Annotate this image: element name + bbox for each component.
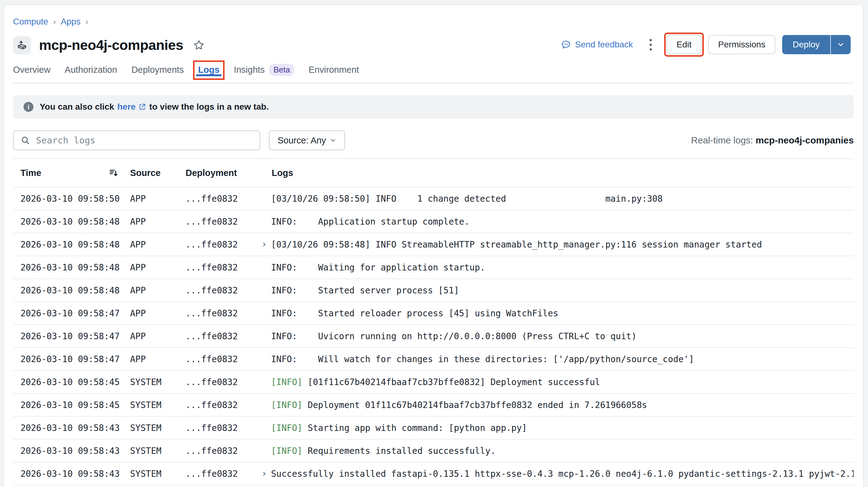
tab-environment[interactable]: Environment bbox=[309, 64, 359, 75]
log-message-cell: [INFO] Deployment 01f11c67b40214fbaaf7cb… bbox=[263, 400, 854, 410]
table-row[interactable]: 2026-03-10 09:58:45 SYSTEM ...ffe0832 [I… bbox=[13, 371, 854, 394]
breadcrumb-link-compute[interactable]: Compute bbox=[13, 17, 48, 27]
edit-button[interactable]: Edit bbox=[666, 35, 701, 54]
table-row[interactable]: 2026-03-10 09:58:48 APP ...ffe0832 INFO:… bbox=[13, 279, 854, 302]
breadcrumb-link-apps[interactable]: Apps bbox=[61, 17, 81, 27]
log-message-cell: INFO: Will watch for changes in these di… bbox=[263, 354, 854, 364]
permissions-button[interactable]: Permissions bbox=[708, 35, 775, 54]
table-row[interactable]: 2026-03-10 09:58:43 SYSTEM ...ffe0832 › … bbox=[13, 462, 854, 485]
log-level-badge: [INFO] bbox=[271, 446, 302, 456]
tab-deployments[interactable]: Deployments bbox=[131, 64, 184, 75]
log-time: 2026-03-10 09:58:43 bbox=[21, 446, 130, 456]
table-row[interactable]: 2026-03-10 09:58:47 APP ...ffe0832 INFO:… bbox=[13, 302, 854, 325]
table-row[interactable]: 2026-03-10 09:58:48 APP ...ffe0832 › [03… bbox=[13, 233, 854, 256]
log-time: 2026-03-10 09:58:50 bbox=[21, 194, 130, 204]
tab-insights[interactable]: Insights Beta bbox=[234, 63, 294, 77]
table-row[interactable]: 2026-03-10 09:58:43 SYSTEM ...ffe0832 [I… bbox=[13, 417, 854, 439]
table-row[interactable]: 2026-03-10 09:58:45 SYSTEM ...ffe0832 [I… bbox=[13, 394, 854, 417]
page-header: mcp-neo4j-companies Send feedback Edit P… bbox=[13, 35, 854, 56]
log-deployment: ...ffe0832 bbox=[186, 400, 263, 410]
column-header-source: Source bbox=[130, 168, 186, 178]
log-message: Deployment 01f11c67b40214fbaaf7cb37bffe0… bbox=[308, 400, 647, 410]
log-time: 2026-03-10 09:58:43 bbox=[21, 469, 130, 479]
log-message: INFO: Application startup complete. bbox=[271, 217, 470, 227]
log-time: 2026-03-10 09:58:48 bbox=[21, 240, 130, 250]
log-time: 2026-03-10 09:58:47 bbox=[21, 308, 130, 318]
table-row[interactable]: 2026-03-10 09:58:48 APP ...ffe0832 INFO:… bbox=[13, 256, 854, 279]
open-logs-new-tab-link[interactable]: here bbox=[117, 102, 146, 112]
log-message: Starting app with command: [python app.p… bbox=[308, 423, 527, 433]
tab-authorization[interactable]: Authorization bbox=[65, 64, 117, 75]
deploy-button[interactable]: Deploy bbox=[782, 35, 831, 54]
log-message: [01f11c67b40214fbaaf7cb37bffe0832] Deplo… bbox=[308, 377, 600, 387]
log-source: APP bbox=[130, 308, 186, 318]
kebab-menu-icon[interactable] bbox=[647, 37, 655, 52]
send-feedback-link[interactable]: Send feedback bbox=[561, 39, 633, 50]
log-time: 2026-03-10 09:58:43 bbox=[21, 423, 130, 433]
log-message-cell: › [03/10/26 09:58:48] INFO StreamableHTT… bbox=[263, 239, 854, 250]
favorite-star-icon[interactable] bbox=[193, 39, 205, 52]
log-message-cell: [INFO] Starting app with command: [pytho… bbox=[263, 423, 854, 433]
realtime-app-name: mcp-neo4j-companies bbox=[755, 135, 854, 145]
search-box bbox=[13, 130, 260, 150]
log-time: 2026-03-10 09:58:48 bbox=[21, 217, 130, 227]
deploy-split-button: Deploy bbox=[782, 35, 851, 54]
logs-toolbar: Source: Any Real-time logs: mcp-neo4j-co… bbox=[13, 130, 854, 150]
log-table: Time Source Deployment Logs 2026-03-10 0… bbox=[13, 158, 854, 485]
breadcrumb-separator: › bbox=[86, 17, 88, 27]
log-message: [03/10/26 09:58:50] INFO 1 change detect… bbox=[271, 194, 662, 204]
external-link-icon bbox=[138, 103, 146, 111]
table-row[interactable]: 2026-03-10 09:58:43 SYSTEM ...ffe0832 [I… bbox=[13, 439, 854, 462]
log-message-cell: INFO: Waiting for application startup. bbox=[263, 263, 854, 273]
log-time: 2026-03-10 09:58:45 bbox=[21, 377, 130, 387]
tab-logs[interactable]: Logs bbox=[198, 64, 219, 75]
column-header-time[interactable]: Time bbox=[21, 168, 130, 178]
table-row[interactable]: 2026-03-10 09:58:48 APP ...ffe0832 INFO:… bbox=[13, 210, 854, 233]
log-deployment: ...ffe0832 bbox=[186, 217, 263, 227]
log-message-cell: INFO: Started server process [51] bbox=[263, 285, 854, 296]
expand-chevron-icon[interactable]: › bbox=[263, 468, 271, 478]
log-message: [03/10/26 09:58:48] INFO StreamableHTTP … bbox=[271, 240, 762, 250]
log-source: SYSTEM bbox=[130, 469, 186, 479]
app-page-card: Compute › Apps › mcp-neo4j-companies bbox=[3, 4, 864, 487]
realtime-logs-label: Real-time logs: mcp-neo4j-companies bbox=[691, 135, 854, 146]
log-deployment: ...ffe0832 bbox=[186, 354, 263, 364]
active-tab-underline bbox=[196, 74, 221, 76]
column-header-logs: Logs bbox=[263, 168, 854, 178]
tab-overview[interactable]: Overview bbox=[13, 64, 51, 75]
log-message: INFO: Started reloader process [45] usin… bbox=[271, 308, 558, 318]
table-row[interactable]: 2026-03-10 09:58:47 APP ...ffe0832 INFO:… bbox=[13, 325, 854, 348]
log-time: 2026-03-10 09:58:47 bbox=[21, 331, 130, 341]
page-title: mcp-neo4j-companies bbox=[39, 37, 183, 53]
log-message: INFO: Uvicorn running on http://0.0.0.0:… bbox=[271, 331, 637, 341]
expand-chevron-icon[interactable]: › bbox=[263, 239, 271, 249]
log-deployment: ...ffe0832 bbox=[186, 240, 263, 250]
info-banner: i You can also click here to view the lo… bbox=[13, 95, 854, 119]
log-message: Requirements installed successfully. bbox=[308, 446, 496, 456]
search-input[interactable] bbox=[36, 135, 253, 146]
log-source: APP bbox=[130, 263, 186, 273]
log-message: INFO: Will watch for changes in these di… bbox=[271, 354, 694, 364]
log-table-header: Time Source Deployment Logs bbox=[13, 159, 854, 187]
log-source: SYSTEM bbox=[130, 446, 186, 456]
chevron-down-icon bbox=[837, 40, 845, 49]
column-header-deployment: Deployment bbox=[186, 168, 263, 178]
log-deployment: ...ffe0832 bbox=[186, 446, 263, 456]
log-time: 2026-03-10 09:58:48 bbox=[21, 263, 130, 273]
log-level-badge: [INFO] bbox=[271, 400, 302, 410]
log-source: APP bbox=[130, 240, 186, 250]
log-deployment: ...ffe0832 bbox=[186, 308, 263, 318]
log-deployment: ...ffe0832 bbox=[186, 263, 263, 273]
log-source: APP bbox=[130, 354, 186, 364]
log-source: SYSTEM bbox=[130, 423, 186, 433]
log-deployment: ...ffe0832 bbox=[186, 194, 263, 204]
sort-descending-icon bbox=[108, 168, 119, 178]
search-icon bbox=[21, 135, 30, 145]
deploy-dropdown-button[interactable] bbox=[831, 35, 851, 54]
chevron-down-icon bbox=[330, 137, 336, 144]
source-filter-dropdown[interactable]: Source: Any bbox=[269, 130, 345, 150]
table-row[interactable]: 2026-03-10 09:58:50 APP ...ffe0832 [03/1… bbox=[13, 187, 854, 210]
log-message-cell: [03/10/26 09:58:50] INFO 1 change detect… bbox=[263, 194, 854, 204]
log-time: 2026-03-10 09:58:45 bbox=[21, 400, 130, 410]
table-row[interactable]: 2026-03-10 09:58:47 APP ...ffe0832 INFO:… bbox=[13, 348, 854, 371]
